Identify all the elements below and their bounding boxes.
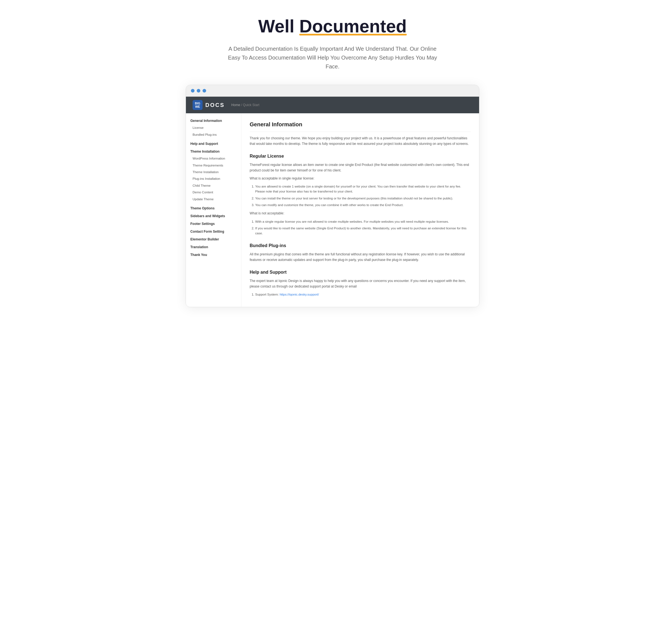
main-title: Well Documented bbox=[186, 17, 479, 36]
subtitle: A Detailed Documentation Is Equally Impo… bbox=[222, 44, 443, 71]
sidebar-section-sidebars: Sidebars and Widgets bbox=[190, 214, 236, 218]
sidebar-section-translation: Translation bbox=[190, 245, 236, 249]
docs-title: DOCS bbox=[205, 102, 225, 108]
sidebar-item-plugins-installation[interactable]: Plug-ins Installation bbox=[190, 175, 236, 182]
browser-dot-2 bbox=[197, 89, 200, 93]
browser-chrome bbox=[186, 85, 479, 97]
support-label: Support System: bbox=[255, 293, 280, 296]
sidebar-item-update-theme[interactable]: Update Theme bbox=[190, 196, 236, 202]
list-item: You are allowed to create 1 website (on … bbox=[255, 184, 471, 194]
intro-text: Thank you for choosing our theme. We hop… bbox=[250, 136, 471, 146]
sidebar-section-elementor: Elementor Builder bbox=[190, 237, 236, 241]
docs-content: General Information License Bundled Plug… bbox=[186, 113, 479, 307]
sidebar-item-child-theme[interactable]: Child Theme bbox=[190, 182, 236, 189]
list-item: If you would like to resell the same web… bbox=[255, 226, 471, 236]
bundled-text: All the premium plugins that comes with … bbox=[250, 252, 471, 262]
page-wrapper: Well Documented A Detailed Documentation… bbox=[180, 0, 485, 329]
sidebar-section-contact-form: Contact Form Setting bbox=[190, 230, 236, 234]
docs-sidebar: General Information License Bundled Plug… bbox=[186, 113, 241, 307]
list-item: With a single regular license you are no… bbox=[255, 219, 471, 224]
sidebar-item-theme-requirements[interactable]: Theme Requirements bbox=[190, 162, 236, 169]
sidebar-item-demo-content[interactable]: Demo Content bbox=[190, 189, 236, 196]
docs-app: BIGWE DOCS Home / Quick Start General In… bbox=[186, 97, 479, 307]
acceptable-label: What is acceptable in single regular lic… bbox=[250, 176, 471, 181]
docs-logo: BIGWE DOCS bbox=[193, 100, 225, 110]
bundled-title: Bundled Plug-ins bbox=[250, 242, 471, 249]
logo-icon: BIGWE bbox=[193, 100, 203, 110]
sidebar-item-license[interactable]: License bbox=[190, 124, 236, 131]
breadcrumb-home[interactable]: Home bbox=[231, 103, 240, 107]
breadcrumb-separator: / bbox=[241, 103, 242, 107]
list-item: You can modify and customize the theme, … bbox=[255, 202, 471, 208]
acceptable-list: You are allowed to create 1 website (on … bbox=[250, 184, 471, 208]
sidebar-section-theme-installation: Theme Installation bbox=[190, 150, 236, 153]
browser-dot-1 bbox=[191, 89, 194, 93]
browser-dot-3 bbox=[203, 89, 206, 93]
page-title: General Information bbox=[250, 120, 471, 132]
title-part2: Documented bbox=[299, 17, 407, 36]
sidebar-item-wordpress-info[interactable]: WordPress Information bbox=[190, 155, 236, 162]
docs-navbar: BIGWE DOCS Home / Quick Start bbox=[186, 97, 479, 113]
sidebar-section-help: Help and Support bbox=[190, 142, 236, 146]
sidebar-section-theme-options: Theme Options bbox=[190, 206, 236, 210]
regular-license-title: Regular License bbox=[250, 153, 471, 160]
title-part1: Well bbox=[258, 16, 299, 36]
help-text: The expert team at Iqonic Design is alwa… bbox=[250, 278, 471, 289]
sidebar-item-bundled-plugins[interactable]: Bundled Plug-ins bbox=[190, 131, 236, 138]
not-acceptable-list: With a single regular license you are no… bbox=[250, 219, 471, 236]
sidebar-section-general-info: General Information bbox=[190, 119, 236, 123]
sidebar-section-thank-you: Thank You bbox=[190, 253, 236, 257]
breadcrumb-current: Quick Start bbox=[243, 103, 259, 107]
support-list: Support System: https://iqonic.desky.sup… bbox=[250, 292, 471, 297]
docs-main: General Information Thank you for choosi… bbox=[241, 113, 479, 307]
header-section: Well Documented A Detailed Documentation… bbox=[186, 17, 479, 71]
sidebar-item-theme-installation[interactable]: Theme Installation bbox=[190, 169, 236, 175]
help-title: Help and Support bbox=[250, 269, 471, 276]
not-acceptable-label: What is not acceptable: bbox=[250, 211, 471, 216]
regular-license-intro: ThemeForest regular license allows an it… bbox=[250, 162, 471, 173]
list-item: You can install the theme on your test s… bbox=[255, 196, 471, 201]
breadcrumb: Home / Quick Start bbox=[231, 103, 259, 107]
browser-window: BIGWE DOCS Home / Quick Start General In… bbox=[186, 85, 479, 307]
support-item: Support System: https://iqonic.desky.sup… bbox=[255, 292, 471, 297]
sidebar-section-footer: Footer Settings bbox=[190, 222, 236, 226]
support-link[interactable]: https://iqonic.desky.support/ bbox=[280, 293, 319, 296]
